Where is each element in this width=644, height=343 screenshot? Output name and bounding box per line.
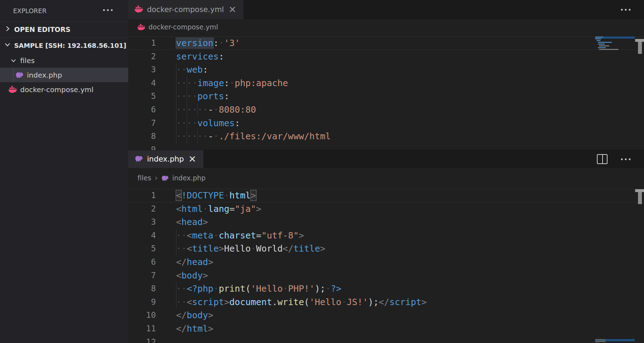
code-line-4[interactable]: 4····image:·php:apache xyxy=(128,77,644,90)
line-content: ····ports: xyxy=(176,90,230,103)
line-number: 8 xyxy=(128,282,156,296)
token-tag: meta xyxy=(192,230,213,241)
code-line-8[interactable]: 8··<?php·print('Hello·PHP!');·?> xyxy=(128,282,644,296)
line-content: ······-·8080:80 xyxy=(176,103,256,117)
code-line-11[interactable]: 11</html> xyxy=(128,322,644,336)
split-editor-icon[interactable] xyxy=(597,154,608,164)
code-line-6[interactable]: 6······-·8080:80 xyxy=(128,103,644,117)
token-ws: ···· xyxy=(176,118,197,128)
code-line-9[interactable]: 9··<script>document.write('Hello·JS!');<… xyxy=(128,296,644,309)
tab-docker-compose[interactable]: docker-compose.yml ✕ xyxy=(128,0,243,19)
line-number: 7 xyxy=(128,117,156,130)
code-line-7[interactable]: 7<body> xyxy=(128,269,644,282)
docker-icon xyxy=(135,5,143,12)
line-number: 4 xyxy=(128,229,156,242)
token-str: ./files:/var/www/html xyxy=(219,131,331,141)
token-str: "ja" xyxy=(235,204,256,214)
token-tag: body xyxy=(181,270,203,281)
token-key: volumes xyxy=(197,118,235,128)
minimap-top[interactable] xyxy=(595,36,635,51)
token-attr: charset xyxy=(219,230,256,241)
token-str: 'Hello xyxy=(309,297,341,307)
explorer-more-icon[interactable] xyxy=(103,9,113,11)
token-ws: · xyxy=(251,243,256,254)
code-line-1[interactable]: 1<!DOCTYPE·html> xyxy=(128,189,644,202)
code-line-3[interactable]: 3<head> xyxy=(128,215,644,229)
token-pun: </ xyxy=(176,310,187,320)
code-line-8[interactable]: 8······-·./files:/var/www/html xyxy=(128,130,644,143)
token-pun: > xyxy=(203,217,208,227)
token-ws: · xyxy=(283,283,288,294)
token-ws: ······ xyxy=(176,131,208,141)
line-number: 12 xyxy=(128,336,156,343)
code-line-6[interactable]: 6</head> xyxy=(128,255,644,269)
scrollbar-thumb[interactable] xyxy=(638,192,642,204)
line-number: 9 xyxy=(128,296,156,309)
tree-item-index-php[interactable]: index.php xyxy=(0,68,128,82)
token-pun: > xyxy=(421,297,426,307)
line-content: </html> xyxy=(176,322,213,336)
token-str: php:apache xyxy=(235,78,288,88)
token-pun: < xyxy=(187,297,192,307)
open-editors-label: OPEN EDITORS xyxy=(14,26,70,33)
line-content: version:·'3' xyxy=(176,36,240,50)
docker-icon xyxy=(137,24,145,30)
token-tag: html xyxy=(187,324,208,334)
code-line-2[interactable]: 2<html·lang="ja"> xyxy=(128,202,644,216)
explorer-title: EXPLORER xyxy=(13,7,47,15)
minimap-bottom[interactable] xyxy=(595,339,635,343)
tree-item-docker-compose-yml[interactable]: docker-compose.yml xyxy=(0,82,128,97)
token-op: : xyxy=(224,91,229,101)
minimap-line xyxy=(599,45,609,46)
code-editor-docker-compose[interactable]: 1version:·'3'2services:3··web:4····image… xyxy=(128,35,644,150)
breadcrumbs-bottom: files› index.php xyxy=(128,168,644,188)
more-actions-icon[interactable] xyxy=(621,9,631,11)
scrollbar-thumb[interactable] xyxy=(638,42,642,54)
code-line-1[interactable]: 1version:·'3' xyxy=(128,36,644,50)
code-line-3[interactable]: 3··web: xyxy=(128,63,644,77)
chevron-down-icon xyxy=(4,41,11,50)
code-line-5[interactable]: 5····ports: xyxy=(128,90,644,103)
token-op: . xyxy=(272,297,277,307)
open-editors-section[interactable]: OPEN EDITORS xyxy=(0,21,128,37)
breadcrumb-item[interactable]: index.php xyxy=(161,174,205,182)
line-content: ··<?php·print('Hello·PHP!');·?> xyxy=(176,282,341,296)
token-fn: write xyxy=(277,297,304,307)
line-number: 3 xyxy=(128,215,156,229)
token-pun: > xyxy=(208,257,213,267)
close-icon[interactable]: ✕ xyxy=(188,154,197,164)
code-line-7[interactable]: 7····volumes: xyxy=(128,117,644,130)
code-line-5[interactable]: 5··<title>Hello·World</title> xyxy=(128,242,644,255)
code-line-9[interactable]: 9 xyxy=(128,143,644,150)
code-line-4[interactable]: 4··<meta·charset="utf-8"> xyxy=(128,229,644,242)
chevron-down-icon xyxy=(10,57,17,64)
token-op: ); xyxy=(368,297,379,307)
code-editor-index-php[interactable]: 1<!DOCTYPE·html>2<html·lang="ja">3<head>… xyxy=(128,188,644,343)
token-ws: · xyxy=(224,190,229,201)
token-pun: </ xyxy=(176,257,187,267)
overview-ruler-cursor-mark xyxy=(635,39,644,42)
bracket-match: > xyxy=(251,190,256,201)
code-line-2[interactable]: 2services: xyxy=(128,50,644,63)
docker-icon xyxy=(9,86,17,93)
code-line-10[interactable]: 10</body> xyxy=(128,309,644,322)
line-number: 11 xyxy=(128,322,156,336)
code-line-12[interactable]: 12 xyxy=(128,336,644,343)
project-root-section[interactable]: SAMPLE [SSH: 192.168.56.101] xyxy=(0,37,128,53)
breadcrumb-item[interactable]: docker-compose.yml xyxy=(137,23,218,31)
tree-item-files[interactable]: files xyxy=(0,53,128,68)
token-meta: <?php xyxy=(187,283,213,294)
line-number: 2 xyxy=(128,202,156,216)
more-actions-icon[interactable] xyxy=(621,158,631,160)
token-key: services xyxy=(176,51,219,62)
token-key: image xyxy=(197,78,224,88)
token-pun: </ xyxy=(283,243,293,254)
project-root-label: SAMPLE [SSH: 192.168.56.101] xyxy=(14,42,126,49)
line-number: 8 xyxy=(128,130,156,143)
breadcrumb-label: files xyxy=(137,174,151,182)
token-op: - xyxy=(208,105,213,115)
minimap-line xyxy=(595,38,601,39)
tab-index-php[interactable]: index.php ✕ xyxy=(128,150,203,168)
breadcrumb-item[interactable]: files xyxy=(137,174,151,182)
close-icon[interactable]: ✕ xyxy=(228,5,237,14)
